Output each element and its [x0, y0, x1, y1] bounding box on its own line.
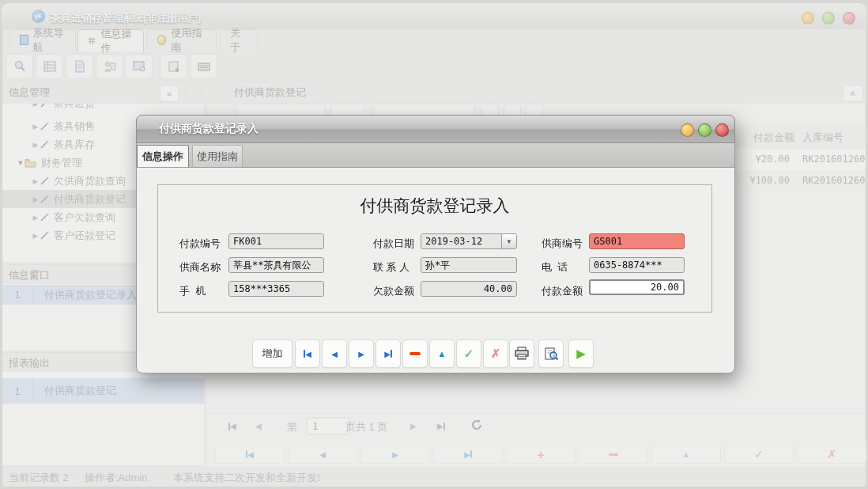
- edit-button[interactable]: ▲: [429, 339, 455, 368]
- main-toolbar: [2, 52, 866, 82]
- close-button[interactable]: [843, 12, 855, 25]
- tab-about[interactable]: 关于: [220, 29, 258, 50]
- dialog-minimize-button[interactable]: [681, 123, 694, 137]
- prev-page-icon[interactable]: ◀: [255, 419, 262, 431]
- monitor-search-button[interactable]: [125, 54, 153, 79]
- preview-icon: [543, 347, 559, 361]
- nav-prev-button[interactable]: ◀: [322, 339, 347, 368]
- document-button[interactable]: [66, 54, 93, 79]
- dialog-maximize-button[interactable]: [698, 123, 711, 137]
- form-group-box: 付供商货款登记录入 付款编号 付款日期 ▼ 供商编号 供商名称 联 系 人 电 …: [157, 184, 712, 313]
- wand-icon: [40, 195, 49, 204]
- debt-amount-field[interactable]: [421, 281, 517, 297]
- record-cancel-button[interactable]: ✗: [797, 445, 866, 464]
- minimize-button[interactable]: [802, 12, 814, 25]
- report-output-item[interactable]: 1 付供商货款登记: [2, 378, 204, 404]
- monitor-search-icon: [132, 59, 146, 74]
- search-icon: [13, 59, 27, 74]
- payment-entry-dialog: 付供商货款登记录入 信息操作 使用指南 付供商货款登记录入 付款编号 付款日期 …: [136, 115, 735, 373]
- dialog-tab-bar: 信息操作 使用指南: [137, 143, 734, 168]
- record-add-button[interactable]: +: [506, 445, 576, 464]
- check-icon: ✓: [464, 347, 474, 361]
- sidebar-collapse-button[interactable]: «: [160, 85, 179, 102]
- form-add-button[interactable]: [160, 54, 187, 79]
- record-edit-button[interactable]: ▲: [651, 445, 721, 464]
- plus-icon[interactable]: +: [183, 85, 189, 98]
- user-form-button[interactable]: [96, 54, 123, 79]
- nav-last-button[interactable]: ▶: [376, 339, 401, 368]
- clock-icon: [157, 35, 166, 45]
- print-button[interactable]: [509, 339, 534, 368]
- dialog-titlebar[interactable]: 付供商货款登记录入: [136, 115, 735, 143]
- record-delete-button[interactable]: [579, 445, 648, 464]
- delete-button[interactable]: [402, 339, 428, 368]
- minus-icon: [409, 352, 421, 355]
- wand-icon: [40, 176, 49, 186]
- archive-button[interactable]: [190, 54, 217, 79]
- last-page-icon[interactable]: ▶: [437, 419, 445, 431]
- record-next-button[interactable]: ▶: [360, 445, 430, 464]
- supplier-id-field[interactable]: [589, 233, 685, 249]
- play-icon: ▶: [576, 347, 586, 361]
- folder-icon: [25, 158, 36, 168]
- main-collapse-button[interactable]: «: [843, 85, 863, 102]
- maximize-button[interactable]: [822, 12, 835, 25]
- add-button[interactable]: 增加: [252, 339, 292, 368]
- tab-system-nav[interactable]: 系统导航: [9, 29, 76, 50]
- table-view-button[interactable]: [36, 54, 63, 79]
- payment-amount-input[interactable]: [589, 279, 685, 295]
- nav-next-button[interactable]: ▶: [349, 339, 374, 368]
- field-label: 供商编号: [542, 237, 583, 251]
- chevron-right-icon: ▶: [32, 232, 40, 240]
- dialog-tab-guide[interactable]: 使用指南: [192, 145, 243, 167]
- print-preview-button[interactable]: [538, 339, 564, 368]
- chevron-down-icon[interactable]: ▼: [501, 234, 516, 248]
- record-prev-button[interactable]: ◀: [288, 445, 357, 464]
- operator-text: 操作者:Admin: [85, 471, 147, 485]
- payment-id-field[interactable]: [228, 233, 324, 249]
- chevron-right-icon: ▶: [32, 195, 40, 203]
- supplier-name-field[interactable]: [228, 257, 324, 273]
- chevron-right-icon: ▶: [32, 177, 40, 185]
- cross-icon: ✗: [491, 347, 501, 361]
- field-label: 联 系 人: [373, 260, 409, 275]
- run-report-button[interactable]: ▶: [568, 339, 594, 368]
- telephone-field[interactable]: [589, 257, 685, 273]
- confirm-button[interactable]: ✓: [456, 339, 481, 368]
- field-label: 付款编号: [179, 237, 221, 251]
- triangle-up-icon: ▲: [438, 349, 447, 358]
- table-view-icon: [43, 59, 57, 74]
- tab-label: 信息操作: [100, 27, 134, 55]
- record-confirm-button[interactable]: ✓: [724, 445, 794, 464]
- wand-icon: [40, 213, 49, 222]
- tree-item-clipped[interactable]: ▶ 茶具进货: [2, 104, 204, 112]
- contact-person-field[interactable]: [421, 257, 517, 273]
- field-label: 付款金额: [542, 284, 583, 298]
- mobile-field[interactable]: [228, 281, 324, 297]
- dialog-tab-info-ops[interactable]: 信息操作: [137, 145, 189, 167]
- tab-guide[interactable]: 使用指南: [147, 29, 217, 50]
- collapse-up-icon: «: [847, 91, 859, 97]
- grid-col-amount[interactable]: 付款金额: [753, 131, 794, 145]
- record-last-button[interactable]: ▶: [433, 445, 503, 464]
- nav-first-button[interactable]: ◀: [295, 339, 320, 368]
- archive-icon: [197, 59, 211, 74]
- grid-col-code[interactable]: 入库编号: [802, 131, 843, 145]
- search-button[interactable]: [6, 54, 33, 79]
- tab-info-ops[interactable]: 信息操作: [77, 29, 144, 51]
- dialog-close-button[interactable]: [715, 123, 729, 137]
- code-cell: RK201601260: [802, 175, 865, 186]
- field-label: 手 机: [179, 284, 206, 298]
- app-logo-icon: yF: [32, 9, 45, 23]
- page-label-suffix: 页共 1 页: [345, 420, 387, 434]
- next-page-icon[interactable]: ▶: [410, 419, 417, 431]
- dialog-button-bar: 增加 ◀ ◀ ▶ ▶ ▲ ✓ ✗: [137, 339, 734, 371]
- cancel-button[interactable]: ✗: [483, 339, 508, 368]
- dialog-title: 付供商货款登记录入: [159, 122, 259, 136]
- field-label: 付款日期: [373, 237, 414, 251]
- record-first-button[interactable]: ◀: [215, 445, 285, 464]
- page-number-input[interactable]: [306, 417, 350, 435]
- refresh-icon[interactable]: c: [198, 85, 205, 98]
- refresh-icon[interactable]: [470, 419, 483, 431]
- first-page-icon[interactable]: ◀: [228, 419, 236, 431]
